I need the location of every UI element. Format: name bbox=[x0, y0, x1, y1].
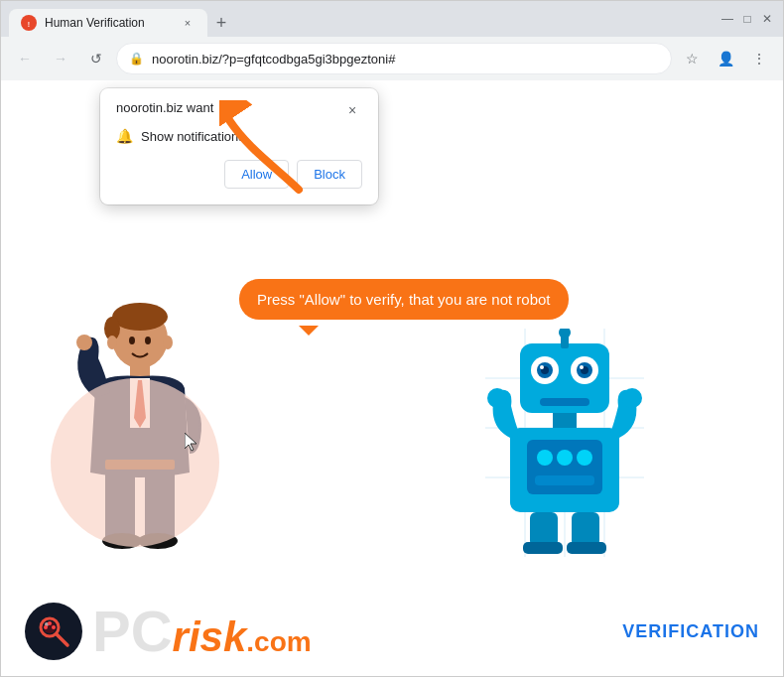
orange-arrow bbox=[219, 100, 328, 203]
magnifier-icon bbox=[25, 603, 82, 660]
bookmark-button[interactable]: ☆ bbox=[676, 43, 708, 74]
svg-point-13 bbox=[76, 335, 92, 350]
account-button[interactable]: 👤 bbox=[710, 43, 741, 74]
popup-site-text: noorotin.biz want bbox=[116, 100, 213, 115]
svg-point-15 bbox=[145, 337, 151, 344]
url-text: noorotin.biz/?p=gfqtcodbga5gi3bpgeztoni# bbox=[152, 52, 659, 67]
close-window-button[interactable]: ✕ bbox=[759, 11, 775, 27]
person-bg-circle bbox=[51, 378, 219, 547]
popup-close-button[interactable]: × bbox=[342, 100, 362, 120]
forward-button[interactable]: → bbox=[45, 43, 76, 74]
robot-svg bbox=[485, 329, 644, 557]
svg-point-57 bbox=[48, 621, 52, 625]
svg-rect-39 bbox=[553, 413, 577, 428]
svg-point-4 bbox=[112, 303, 168, 331]
svg-point-56 bbox=[44, 625, 48, 629]
tab-bar: ! Human Verification × + bbox=[9, 1, 716, 37]
robot-illustration bbox=[485, 329, 644, 547]
svg-text:!: ! bbox=[28, 21, 30, 28]
svg-point-43 bbox=[557, 450, 573, 466]
svg-point-44 bbox=[577, 450, 592, 466]
svg-rect-51 bbox=[567, 542, 606, 554]
new-tab-button[interactable]: + bbox=[207, 9, 235, 37]
svg-point-58 bbox=[52, 625, 56, 629]
logo-text-group: PC risk .com bbox=[92, 603, 312, 660]
mouse-cursor bbox=[185, 433, 200, 458]
svg-rect-49 bbox=[572, 512, 599, 547]
verification-text: VERIFICATION bbox=[622, 621, 759, 642]
pcrisk-logo: PC risk .com bbox=[25, 603, 312, 660]
svg-point-46 bbox=[487, 388, 507, 408]
maximize-button[interactable]: □ bbox=[739, 11, 755, 27]
svg-point-42 bbox=[537, 450, 553, 466]
svg-line-55 bbox=[57, 634, 67, 645]
svg-rect-45 bbox=[535, 475, 594, 485]
svg-point-29 bbox=[559, 329, 571, 338]
reload-button[interactable]: ↺ bbox=[80, 43, 112, 74]
svg-point-47 bbox=[622, 388, 642, 408]
tab-favicon: ! bbox=[21, 15, 37, 31]
logo-risk: risk bbox=[173, 616, 247, 658]
window-controls: — □ ✕ bbox=[719, 11, 775, 27]
svg-rect-38 bbox=[540, 398, 589, 406]
active-tab[interactable]: ! Human Verification × bbox=[9, 9, 207, 37]
back-button[interactable]: ← bbox=[9, 43, 41, 74]
logo-dotcom: .com bbox=[246, 628, 311, 656]
page-content: noorotin.biz want × 🔔 Show notifications… bbox=[1, 80, 783, 676]
bell-icon: 🔔 bbox=[116, 128, 133, 144]
menu-button[interactable]: ⋮ bbox=[743, 43, 775, 74]
svg-point-17 bbox=[163, 336, 173, 349]
nav-right-icons: ☆ 👤 ⋮ bbox=[676, 43, 775, 74]
title-bar: ! Human Verification × + — □ ✕ bbox=[1, 1, 783, 37]
lock-icon: 🔒 bbox=[129, 52, 144, 66]
minimize-button[interactable]: — bbox=[719, 11, 735, 27]
svg-rect-48 bbox=[530, 512, 558, 547]
browser-window: ! Human Verification × + — □ ✕ ← → ↺ 🔒 n… bbox=[0, 0, 784, 677]
svg-point-36 bbox=[540, 365, 544, 369]
logo-pc: PC bbox=[92, 603, 173, 660]
svg-point-16 bbox=[107, 336, 117, 349]
svg-rect-41 bbox=[527, 440, 602, 494]
svg-rect-50 bbox=[523, 542, 563, 554]
svg-point-14 bbox=[129, 337, 135, 344]
tab-title: Human Verification bbox=[45, 16, 172, 30]
tab-close-button[interactable]: × bbox=[180, 15, 196, 31]
speech-bubble-text: Press "Allow" to verify, that you are no… bbox=[257, 291, 551, 308]
svg-point-37 bbox=[580, 365, 584, 369]
address-bar[interactable]: 🔒 noorotin.biz/?p=gfqtcodbga5gi3bpgezton… bbox=[116, 43, 672, 74]
nav-bar: ← → ↺ 🔒 noorotin.biz/?p=gfqtcodbga5gi3bp… bbox=[1, 37, 783, 80]
footer-bar: PC risk .com VERIFICATION bbox=[1, 587, 783, 676]
speech-bubble: Press "Allow" to verify, that you are no… bbox=[239, 279, 569, 320]
